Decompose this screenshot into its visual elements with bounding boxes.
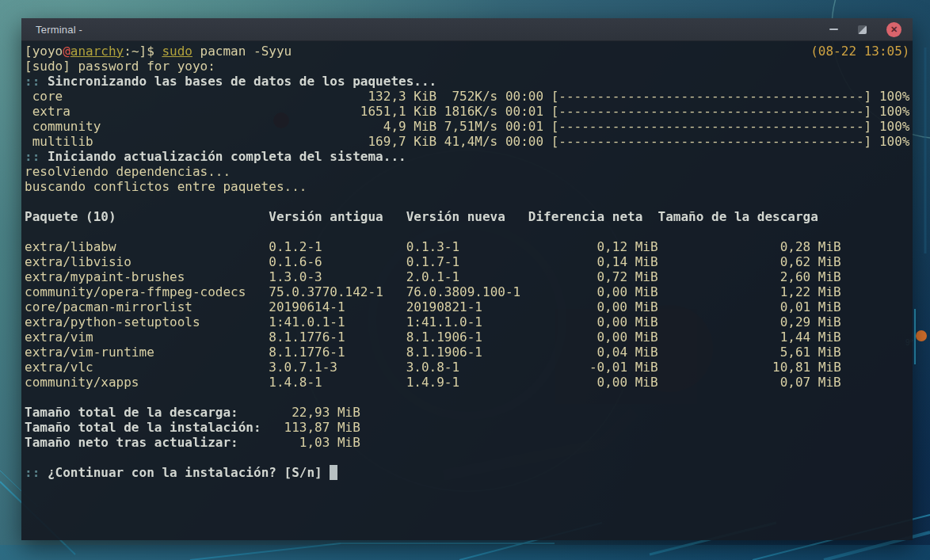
terminal-text-segment: :: <box>25 465 48 480</box>
terminal-text-segment: [---------------------------------------… <box>551 134 872 149</box>
terminal-text-segment: 0,72 MiB <box>597 269 658 284</box>
terminal-text-segment: Tamaño total de la descarga: <box>25 405 238 420</box>
terminal-text-segment: 0,00 MiB <box>597 375 658 390</box>
terminal-text-segment <box>658 330 780 345</box>
terminal-text-segment: core <box>25 89 63 104</box>
terminal-text-segment <box>459 269 596 284</box>
terminal-text-segment: 1:41.0.1-1 <box>269 314 345 330</box>
terminal-text-segment <box>322 269 406 284</box>
terminal-text-segment <box>482 314 597 330</box>
terminal-text-segment: 20190614-1 <box>269 299 345 314</box>
terminal-text-segment: [sudo] password for yoyo: <box>25 59 215 74</box>
terminal-text-segment: 1.4.8-1 <box>269 375 322 390</box>
terminal-text-segment <box>658 345 780 360</box>
terminal-text-segment: 8.1.1906-1 <box>406 345 482 360</box>
terminal-text-segment: Tamaño neto tras actualizar: <box>25 435 238 450</box>
terminal-text-segment: 0,01 MiB <box>780 299 841 314</box>
terminal-text-segment: 0,12 MiB <box>596 239 657 254</box>
terminal-text-segment <box>71 104 360 119</box>
maximize-icon[interactable] <box>858 25 867 34</box>
terminal-text-segment: 169,7 KiB 41,4M/s 00:00 <box>368 134 551 149</box>
terminal-text-segment <box>482 330 597 345</box>
terminal-text-segment: 100% <box>871 134 909 149</box>
terminal-text-segment: 1,22 MiB <box>780 284 841 299</box>
terminal-text-segment <box>658 284 780 299</box>
terminal-screen[interactable]: [yoyo@anarchy:~]$ sudo pacman -Syyu (08-… <box>21 41 913 540</box>
terminal-text-segment <box>322 254 406 269</box>
minimize-icon[interactable] <box>829 29 838 30</box>
terminal-text-segment: 100% <box>871 119 909 134</box>
terminal-text-segment <box>93 330 269 345</box>
terminal-text-segment: 132,3 KiB 752K/s 00:00 <box>368 89 551 104</box>
terminal-text-segment <box>520 284 596 299</box>
terminal-text-segment <box>658 239 780 254</box>
terminal-text-segment: extra/libabw <box>25 239 116 254</box>
terminal-text-segment: extra/python-setuptools <box>25 314 200 330</box>
terminal-text-segment: 100% <box>871 104 909 119</box>
terminal-text-segment: 4,9 MiB 7,51M/s 00:01 <box>383 119 551 134</box>
terminal-text-segment: extra/vim-runtime <box>25 345 154 360</box>
terminal-text-segment <box>192 299 269 314</box>
terminal-text-segment <box>93 134 368 149</box>
terminal-text-segment: (08-22 13:05) <box>810 44 909 59</box>
terminal-text-segment: 76.0.3809.100-1 <box>406 284 521 299</box>
terminal-text-segment <box>238 405 292 420</box>
terminal-text-segment: 3.0.8-1 <box>406 360 459 375</box>
terminal-text-segment: extra/mypaint-brushes <box>25 269 185 284</box>
terminal-text-segment: resolviendo dependencias... <box>25 164 231 179</box>
terminal-text-segment: Versión antigua <box>269 209 383 224</box>
terminal-text-segment <box>238 435 299 450</box>
terminal-text-segment: 0,00 MiB <box>596 330 657 345</box>
terminal-text-segment: Sincronizando las bases de datos de los … <box>48 74 436 89</box>
terminal-text-segment <box>642 209 657 224</box>
terminal-text-segment <box>658 314 780 330</box>
terminal-cursor <box>330 465 337 480</box>
titlebar[interactable]: Terminal - ✕ <box>21 18 913 41</box>
terminal-text-segment <box>261 420 284 435</box>
terminal-text-segment: 8.1.1776-1 <box>269 330 345 345</box>
terminal-text-segment <box>322 375 406 390</box>
terminal-text-segment: 0,29 MiB <box>780 314 841 330</box>
terminal-text-segment: 0,28 MiB <box>780 239 841 254</box>
terminal-text-segment: community/xapps <box>25 375 139 390</box>
terminal-text-segment: 1,03 MiB <box>299 435 360 450</box>
terminal-text-segment <box>345 299 406 314</box>
window-controls: ✕ <box>829 22 901 37</box>
terminal-text-segment: 20190821-1 <box>406 299 482 314</box>
terminal-text-segment: 8.1.1906-1 <box>406 330 482 345</box>
terminal-text-segment <box>482 345 597 360</box>
terminal-text-segment: Versión nueva <box>406 209 505 224</box>
terminal-text-segment: pacman -Syyu <box>192 44 292 59</box>
terminal-text-segment <box>63 89 368 104</box>
terminal-text-segment: 0,14 MiB <box>596 254 657 269</box>
terminal-text-segment: 0,00 MiB <box>596 314 657 330</box>
terminal-text-segment <box>345 345 406 360</box>
terminal-text-segment: Paquete (10) <box>25 209 116 224</box>
terminal-text-segment: 22,93 MiB <box>292 405 360 420</box>
terminal-text-segment <box>658 375 780 390</box>
terminal-text-segment <box>658 254 780 269</box>
terminal-text-segment: [---------------------------------------… <box>551 119 872 134</box>
terminal-output: [yoyo@anarchy:~]$ sudo pacman -Syyu (08-… <box>21 41 913 540</box>
close-icon[interactable]: ✕ <box>886 22 901 37</box>
terminal-text-segment <box>345 314 406 330</box>
terminal-text-segment: community <box>25 119 101 134</box>
terminal-text-segment <box>93 360 269 375</box>
terminal-text-segment: [yoyo <box>25 44 63 59</box>
terminal-text-segment <box>459 254 596 269</box>
terminal-text-segment <box>658 360 773 375</box>
terminal-text-segment: Tamaño de la descarga <box>658 209 818 224</box>
terminal-text-segment <box>337 360 406 375</box>
terminal-text-segment <box>383 284 406 299</box>
terminal-text-segment: 0,07 MiB <box>780 375 841 390</box>
terminal-text-segment <box>459 360 589 375</box>
terminal-text-segment <box>322 239 406 254</box>
terminal-text-segment: 0.1.3-1 <box>406 239 459 254</box>
terminal-text-segment <box>482 299 597 314</box>
terminal-text-segment: 1.4.9-1 <box>406 375 459 390</box>
terminal-text-segment: 113,87 MiB <box>284 420 360 435</box>
terminal-text-segment <box>246 284 269 299</box>
terminal-text-segment: 1651,1 KiB 1816K/s 00:01 <box>360 104 551 119</box>
terminal-text-segment: 0,00 MiB <box>597 284 658 299</box>
terminal-text-segment <box>292 44 810 59</box>
